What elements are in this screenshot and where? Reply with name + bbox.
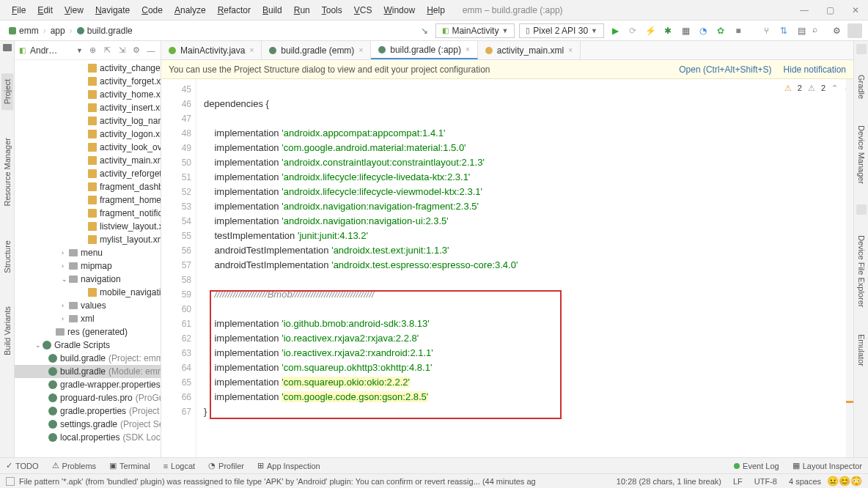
tree-file[interactable]: activity_logon.xml: [15, 127, 161, 141]
target-icon[interactable]: ⊕: [87, 45, 98, 56]
close-tab-icon[interactable]: ×: [249, 46, 254, 54]
menu-window[interactable]: Window: [378, 2, 421, 18]
breadcrumb-buildgradle[interactable]: build.gradle: [74, 24, 136, 37]
profiler-tab[interactable]: ◔Profiler: [208, 461, 244, 470]
tree-file[interactable]: activity_forget.xml: [15, 75, 161, 88]
cursor-position[interactable]: 10:28 (28 chars, 1 line break): [611, 477, 727, 486]
menu-analyze[interactable]: Analyze: [169, 2, 212, 18]
device-manager-tab[interactable]: Device Manager: [856, 119, 867, 190]
menu-tools[interactable]: Tools: [316, 2, 348, 18]
tree-file[interactable]: listview_layout.xml: [15, 220, 161, 233]
resource-manager-tab[interactable]: Resource Manager: [1, 132, 13, 212]
code-line[interactable]: [204, 273, 846, 287]
editor-tab[interactable]: build.gradle (emm)×: [262, 41, 371, 59]
code-line[interactable]: implementation 'com.google.code.gson:gso…: [204, 390, 846, 404]
tree-file[interactable]: activity_insert.xml: [15, 101, 161, 114]
project-icon[interactable]: [3, 44, 12, 51]
breadcrumb-emm[interactable]: emm: [6, 24, 42, 37]
tree-gradle-file[interactable]: gradle-wrapper.properties: [15, 378, 161, 391]
coverage-icon[interactable]: ▦: [679, 24, 692, 37]
tree-file[interactable]: activity_main.xml: [15, 154, 161, 167]
code-line[interactable]: }: [204, 404, 846, 419]
tree-gradle-file[interactable]: settings.gradle(Project Settings): [15, 418, 161, 431]
tree-file[interactable]: mylist_layout.xml: [15, 233, 161, 246]
indent[interactable]: 4 spaces: [783, 477, 827, 486]
code-line[interactable]: testImplementation 'junit:junit:4.13.2': [204, 229, 846, 243]
inspection-indicator[interactable]: ⚠2 ⚠2 ⌃ ⌄: [784, 81, 850, 95]
open-project-structure-link[interactable]: Open (Ctrl+Alt+Shift+S): [679, 64, 771, 75]
code-line[interactable]: implementation 'com.google.android.mater…: [204, 141, 846, 155]
settings-icon[interactable]: ⚙: [830, 24, 843, 37]
expand-icon[interactable]: ⇱: [102, 45, 112, 56]
close-tab-icon[interactable]: ×: [466, 45, 470, 53]
hide-notification-link[interactable]: Hide notification: [784, 64, 846, 75]
tree-gradle-file[interactable]: build.gradle(Module: emm.app): [15, 365, 161, 378]
device-file-explorer-icon[interactable]: [856, 204, 867, 215]
menu-refactor[interactable]: Refactor: [212, 2, 257, 18]
project-tree[interactable]: activity_change.xmlactivity_forget.xmlac…: [15, 60, 161, 457]
run-button[interactable]: ▶: [608, 24, 622, 37]
chevron-up-icon[interactable]: ⌃: [831, 81, 838, 95]
hide-icon[interactable]: —: [146, 45, 156, 56]
encoding[interactable]: UTF-8: [749, 477, 783, 486]
run-config-dropdown[interactable]: ◧ MainActivity ▼: [435, 23, 515, 38]
tree-gradle-file[interactable]: local.properties(SDK Location): [15, 431, 161, 444]
git-icon[interactable]: ⑂: [760, 24, 773, 37]
close-tab-icon[interactable]: ×: [358, 46, 363, 54]
menu-code[interactable]: Code: [136, 2, 169, 18]
tree-folder[interactable]: mobile_navigation.xml: [15, 286, 161, 299]
search-icon[interactable]: ⌕: [812, 24, 825, 37]
structure-tab[interactable]: Structure: [1, 234, 13, 279]
profiler-icon[interactable]: ◔: [696, 24, 710, 37]
menu-view[interactable]: View: [59, 2, 89, 18]
maximize-button[interactable]: ▢: [823, 5, 837, 15]
collapse-icon[interactable]: ⇲: [117, 45, 127, 56]
code-line[interactable]: [204, 82, 846, 97]
code-line[interactable]: implementation 'io.reactivex.rxjava2:rxa…: [204, 346, 846, 361]
tree-gradle-file[interactable]: build.gradle(Project: emm): [15, 352, 161, 365]
debug-button[interactable]: ✱: [661, 24, 674, 37]
sync-gradle-icon[interactable]: ⇅: [777, 24, 790, 37]
tree-file[interactable]: fragment_dashboard.xml: [15, 180, 161, 193]
tree-file[interactable]: activity_log_name.xml: [15, 114, 161, 127]
event-log-tab[interactable]: Event Log: [734, 462, 779, 470]
code-line[interactable]: implementation 'androidx.navigation:navi…: [204, 214, 846, 229]
editor-tab[interactable]: MainActivity.java×: [161, 41, 262, 59]
code-line[interactable]: implementation 'io.github.bmob:android-s…: [204, 317, 846, 331]
gradle-icon[interactable]: [856, 44, 867, 54]
code-line[interactable]: androidTestImplementation 'androidx.test…: [204, 243, 846, 258]
gear-icon[interactable]: ⚙: [131, 45, 141, 56]
code-line[interactable]: implementation 'com.squareup.okio:okio:2…: [204, 375, 846, 390]
code-line[interactable]: implementation 'androidx.lifecycle:lifec…: [204, 185, 846, 199]
code-line[interactable]: implementation 'io.reactivex.rxjava2:rxj…: [204, 331, 846, 346]
layout-inspector-tab[interactable]: ▦Layout Inspector: [792, 461, 862, 470]
editor-tab[interactable]: build.gradle (:app)×: [371, 41, 478, 59]
tree-file[interactable]: activity_change.xml: [15, 62, 161, 75]
attach-debugger-icon[interactable]: ✿: [714, 24, 727, 37]
tree-folder[interactable]: ⌄navigation: [15, 273, 161, 286]
code-line[interactable]: implementation 'androidx.lifecycle:lifec…: [204, 170, 846, 185]
avatar[interactable]: [847, 23, 862, 38]
tree-file[interactable]: activity_home.xml: [15, 88, 161, 101]
gradle-tab[interactable]: Gradle: [856, 69, 867, 105]
code-editor[interactable]: 45▶4647484950515253545556575859606162636…: [161, 79, 853, 457]
code-line[interactable]: implementation 'androidx.navigation:navi…: [204, 199, 846, 214]
tree-folder[interactable]: ⌄Gradle Scripts: [15, 339, 161, 352]
code-line[interactable]: implementation 'androidx.constraintlayou…: [204, 155, 846, 170]
project-tab[interactable]: Project: [1, 73, 13, 110]
tree-file[interactable]: fragment_notifications.xml: [15, 207, 161, 220]
tree-folder[interactable]: ›mipmap: [15, 259, 161, 273]
menu-vcs[interactable]: VCS: [348, 2, 378, 18]
code-line[interactable]: ////////////////////Bmob////////////////…: [204, 287, 846, 302]
tree-file[interactable]: activity_look_over.xml: [15, 141, 161, 154]
tree-folder[interactable]: ›menu: [15, 246, 161, 259]
status-icon[interactable]: [6, 477, 15, 486]
stop-button[interactable]: ■: [732, 24, 745, 37]
apply-code-changes-icon[interactable]: ⚡: [644, 24, 657, 37]
code-line[interactable]: dependencies {: [204, 97, 846, 111]
tree-gradle-file[interactable]: proguard-rules.pro(ProGuard): [15, 391, 161, 404]
close-button[interactable]: ✕: [849, 5, 862, 15]
logcat-tab[interactable]: ≡Logcat: [163, 462, 195, 470]
device-file-explorer-tab[interactable]: Device File Explorer: [856, 229, 867, 313]
code-body[interactable]: ⚠2 ⚠2 ⌃ ⌄ dependencies { implementation …: [196, 79, 853, 457]
